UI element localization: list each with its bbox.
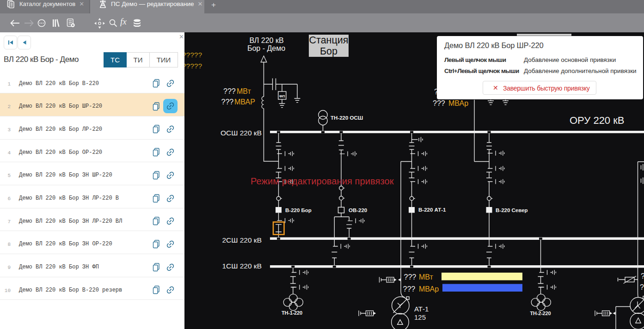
- svg-text:???: ???: [433, 99, 445, 107]
- svg-text:???: ???: [404, 273, 417, 281]
- svg-text:ВЛ 220 кВ: ВЛ 220 кВ: [249, 37, 283, 44]
- svg-text:В-220 Север: В-220 Север: [496, 207, 528, 213]
- svg-text:МВАр: МВАр: [419, 285, 439, 293]
- svg-text:Станция: Станция: [309, 35, 349, 46]
- svg-text:Бор: Бор: [320, 46, 337, 57]
- svg-text:МВт: МВт: [237, 87, 251, 95]
- svg-text:1СШ 220 кВ: 1СШ 220 кВ: [222, 262, 262, 270]
- svg-text:ОВ-220: ОВ-220: [349, 207, 367, 213]
- svg-text:МВт: МВт: [419, 273, 433, 281]
- svg-text:?????: ?????: [184, 62, 202, 70]
- svg-text:ТН-220 ОСШ: ТН-220 ОСШ: [331, 115, 363, 121]
- svg-text:???: ???: [223, 87, 236, 95]
- svg-text:В-220 АТ-1: В-220 АТ-1: [418, 207, 446, 213]
- svg-text:ОСШ 220 кВ: ОСШ 220 кВ: [221, 129, 262, 137]
- svg-text:2СШ 220 кВ: 2СШ 220 кВ: [222, 236, 262, 244]
- svg-text:ОРУ 220 кВ: ОРУ 220 кВ: [570, 115, 625, 126]
- svg-text:МВАр: МВАр: [448, 99, 468, 107]
- svg-text:ТН-2-220: ТН-2-220: [530, 311, 551, 316]
- svg-text:125: 125: [414, 313, 426, 321]
- svg-text:МВАР: МВАР: [234, 98, 255, 106]
- svg-text:???: ???: [641, 272, 644, 280]
- svg-text:?????: ?????: [184, 51, 202, 59]
- svg-text:Режим редактирования привязок: Режим редактирования привязок: [251, 176, 394, 186]
- svg-text:???: ???: [403, 285, 416, 293]
- svg-text:АТ-1: АТ-1: [414, 305, 429, 313]
- svg-text:???: ???: [640, 283, 644, 291]
- svg-text:Бор - Демо: Бор - Демо: [247, 44, 285, 52]
- svg-text:В-220 Бор: В-220 Бор: [285, 207, 312, 213]
- svg-text:ФП: ФП: [279, 94, 285, 98]
- svg-text:???: ???: [221, 98, 234, 106]
- svg-text:ТН-1-220: ТН-1-220: [282, 310, 302, 316]
